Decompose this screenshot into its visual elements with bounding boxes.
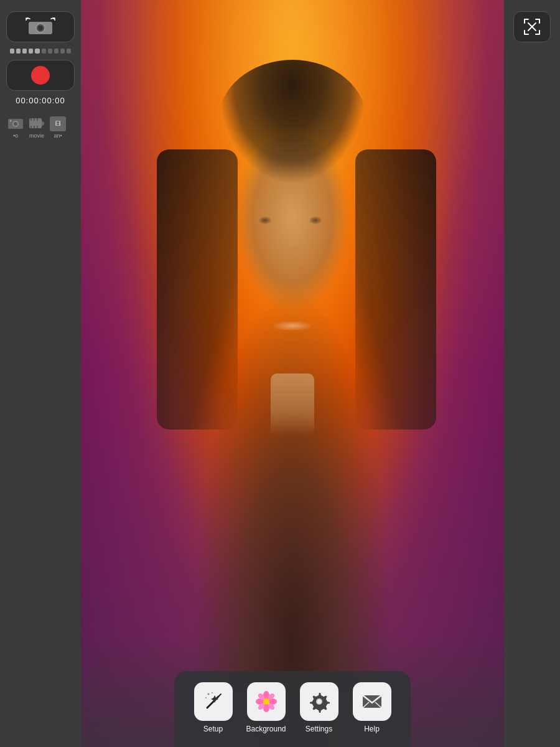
svg-point-32	[317, 700, 321, 703]
quality-dot	[60, 49, 65, 54]
hair-left	[157, 149, 238, 430]
anim-mode-icon: 🎞	[50, 116, 66, 131]
quality-dot	[35, 49, 39, 54]
svg-rect-9	[30, 118, 32, 121]
timecode-display: 00:00:00:00	[16, 95, 65, 106]
setup-label: Setup	[203, 725, 223, 733]
quality-dot	[54, 49, 58, 54]
bottom-toolbar: Setup B	[174, 671, 411, 747]
hair-top	[218, 60, 367, 184]
quality-dot	[29, 49, 33, 54]
svg-rect-10	[34, 118, 35, 121]
quality-dot	[42, 49, 46, 54]
toolbar-item-help[interactable]: Help	[350, 682, 394, 733]
movie-mode-icon	[29, 116, 45, 131]
record-button[interactable]	[6, 60, 75, 91]
help-mail-icon	[361, 690, 383, 713]
app-container: 00:00:00:00 •o	[0, 0, 560, 747]
camera-viewport[interactable]: Setup B	[81, 0, 504, 747]
svg-rect-14	[37, 126, 38, 128]
svg-marker-8	[42, 121, 44, 126]
fullscreen-expand-icon	[523, 18, 541, 35]
neck-area	[271, 374, 314, 436]
svg-point-2	[38, 26, 43, 31]
anim-mode-label: an•	[54, 133, 62, 139]
settings-label: Settings	[306, 725, 332, 733]
mode-tabs-container: •o movie 🎞 an•	[6, 114, 75, 141]
background-label: Background	[246, 725, 286, 733]
movie-mode-label: movie	[29, 133, 44, 139]
camera-flip-icon	[25, 17, 56, 37]
quality-dot	[10, 49, 14, 54]
svg-point-5	[14, 122, 17, 126]
quality-dot	[22, 49, 27, 54]
record-circle-icon	[31, 66, 50, 85]
quality-dots-indicator	[6, 46, 75, 56]
toolbar-item-settings[interactable]: Settings	[297, 682, 341, 733]
quality-dot	[16, 49, 21, 54]
background-icon-wrapper	[247, 682, 286, 721]
photo-mode-icon	[7, 116, 24, 131]
settings-gear-icon	[308, 690, 330, 713]
setup-wand-icon	[202, 690, 225, 713]
svg-rect-12	[30, 126, 32, 128]
smile-area	[274, 321, 311, 331]
left-eye	[259, 217, 271, 224]
svg-point-17	[207, 693, 209, 695]
toolbar-item-background[interactable]: Background	[245, 682, 288, 733]
svg-point-19	[205, 697, 207, 698]
right-sidebar	[504, 0, 560, 747]
svg-point-6	[10, 120, 12, 122]
mode-tab-anim[interactable]: 🎞 an•	[49, 114, 67, 141]
svg-point-18	[212, 692, 213, 693]
svg-point-29	[263, 698, 269, 705]
mode-tab-photo[interactable]: •o	[6, 114, 25, 141]
help-label: Help	[364, 725, 380, 733]
toolbar-item-setup[interactable]: Setup	[192, 682, 235, 733]
photo-mode-label: •o	[13, 133, 18, 139]
mode-tab-movie[interactable]: movie	[27, 114, 46, 141]
help-icon-wrapper	[353, 682, 391, 721]
quality-dot	[67, 49, 71, 54]
quality-dot	[48, 49, 52, 54]
settings-icon-wrapper	[300, 682, 338, 721]
fullscreen-button[interactable]	[513, 11, 551, 42]
hair-right	[355, 149, 436, 430]
svg-rect-13	[34, 126, 35, 128]
background-flower-icon	[255, 690, 278, 713]
left-sidebar: 00:00:00:00 •o	[0, 0, 81, 747]
camera-flip-button[interactable]	[6, 11, 75, 42]
svg-line-16	[218, 694, 221, 697]
setup-icon-wrapper	[194, 682, 233, 721]
svg-rect-11	[37, 118, 38, 121]
